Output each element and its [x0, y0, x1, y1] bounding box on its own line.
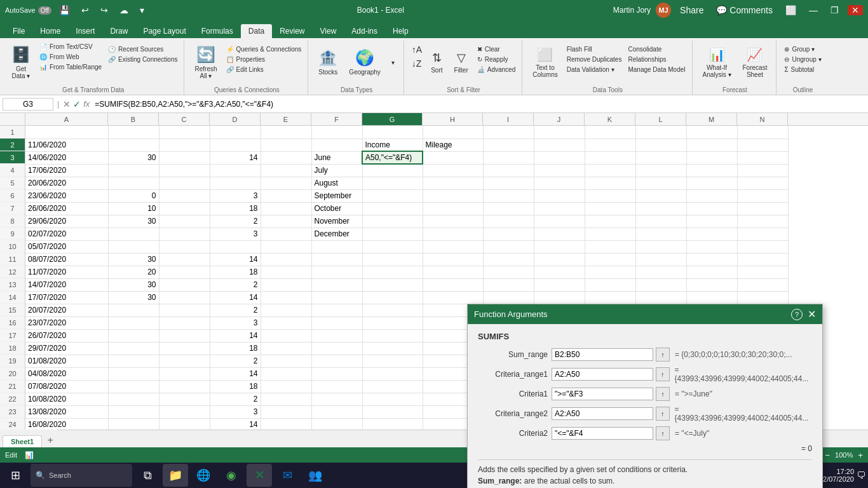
cell-L12[interactable]	[635, 266, 686, 278]
cell-N7[interactable]	[737, 202, 788, 215]
row-header-24[interactable]: 24	[0, 418, 25, 430]
autosave-info-button[interactable]: ☁	[116, 5, 132, 15]
cell-F12[interactable]	[311, 266, 362, 278]
cell-J12[interactable]	[534, 266, 585, 278]
cell-C17[interactable]	[159, 329, 210, 342]
tab-formulas[interactable]: Formulas	[194, 24, 241, 38]
search-taskbar[interactable]: 🔍 Search	[31, 464, 132, 487]
cell-B10[interactable]	[108, 240, 159, 253]
cell-K11[interactable]	[585, 253, 635, 266]
cell-F2[interactable]	[311, 139, 362, 151]
cell-C8[interactable]	[159, 215, 210, 227]
cell-C4[interactable]	[159, 164, 210, 177]
cell-I11[interactable]	[483, 253, 534, 266]
cell-N3[interactable]	[737, 151, 788, 164]
cell-B21[interactable]	[108, 380, 159, 393]
cell-A19[interactable]: 01/08/2020	[25, 355, 108, 367]
cell-E8[interactable]	[261, 215, 311, 227]
cell-N10[interactable]	[737, 240, 788, 253]
cell-E1[interactable]	[261, 126, 311, 139]
cell-I2[interactable]	[483, 139, 534, 151]
advanced-button[interactable]: 🔬 Advanced	[475, 65, 518, 74]
cell-H9[interactable]	[423, 227, 483, 240]
cell-D3[interactable]: 14	[210, 151, 261, 164]
cell-F1[interactable]	[311, 126, 362, 139]
cell-A1[interactable]	[25, 126, 108, 139]
cell-G17[interactable]	[362, 329, 423, 342]
dialog-help-button[interactable]: ?	[791, 309, 803, 320]
cell-F4[interactable]: July	[311, 164, 362, 177]
cell-G20[interactable]	[362, 367, 423, 380]
cell-J11[interactable]	[534, 253, 585, 266]
cell-L14[interactable]	[635, 291, 686, 304]
cell-I1[interactable]	[483, 126, 534, 139]
cell-I14[interactable]	[483, 291, 534, 304]
cell-K5[interactable]	[585, 177, 635, 189]
cell-L7[interactable]	[635, 202, 686, 215]
cell-F10[interactable]	[311, 240, 362, 253]
col-header-I[interactable]: I	[483, 113, 534, 125]
excel-taskbar-button[interactable]: ✕	[247, 464, 272, 487]
cell-C6[interactable]	[159, 189, 210, 202]
criteria1-input[interactable]	[552, 388, 653, 400]
cell-L3[interactable]	[635, 151, 686, 164]
zoom-out-button[interactable]: −	[825, 451, 830, 460]
row-header-22[interactable]: 22	[0, 393, 25, 405]
cell-D16[interactable]: 3	[210, 316, 261, 329]
cell-B12[interactable]: 20	[108, 266, 159, 278]
cell-C19[interactable]	[159, 355, 210, 367]
user-avatar[interactable]: MJ	[656, 3, 671, 18]
cell-N13[interactable]	[737, 278, 788, 291]
cell-F20[interactable]	[311, 367, 362, 380]
cell-A13[interactable]: 14/07/2020	[25, 278, 108, 291]
customize-qat-button[interactable]: ▾	[136, 5, 148, 15]
col-header-M[interactable]: M	[686, 113, 737, 125]
redo-button[interactable]: ↪	[97, 5, 112, 15]
cell-K14[interactable]	[585, 291, 635, 304]
criteria-range1-input[interactable]	[552, 368, 653, 381]
cell-I12[interactable]	[483, 266, 534, 278]
col-header-N[interactable]: N	[737, 113, 788, 125]
cell-E22[interactable]	[261, 393, 311, 405]
data-types-more-button[interactable]: ▾	[387, 42, 400, 83]
confirm-formula-button[interactable]: ✓	[73, 99, 81, 109]
row-header-17[interactable]: 17	[0, 329, 25, 342]
cell-H6[interactable]	[423, 189, 483, 202]
cell-A15[interactable]: 20/07/2020	[25, 304, 108, 316]
cell-F14[interactable]	[311, 291, 362, 304]
data-validation-button[interactable]: Data Validation ▾	[564, 65, 625, 74]
row-header-20[interactable]: 20	[0, 367, 25, 380]
cell-M2[interactable]	[686, 139, 737, 151]
task-view-button[interactable]: ⧉	[135, 464, 160, 487]
cell-B7[interactable]: 10	[108, 202, 159, 215]
criteria-range1-ref-button[interactable]: ↑	[656, 367, 670, 381]
sum-range-ref-button[interactable]: ↑	[656, 348, 670, 362]
cell-L6[interactable]	[635, 189, 686, 202]
col-header-E[interactable]: E	[261, 113, 311, 125]
cell-I8[interactable]	[483, 215, 534, 227]
cell-A2[interactable]: 11/06/2020	[25, 139, 108, 151]
share-button[interactable]: Share	[676, 5, 707, 15]
cell-G14[interactable]	[362, 291, 423, 304]
cell-H14[interactable]	[423, 291, 483, 304]
cell-K1[interactable]	[585, 126, 635, 139]
cell-N9[interactable]	[737, 227, 788, 240]
cell-F22[interactable]	[311, 393, 362, 405]
cell-G19[interactable]	[362, 355, 423, 367]
col-header-A[interactable]: A	[25, 113, 108, 125]
cell-F21[interactable]	[311, 380, 362, 393]
cell-N1[interactable]	[737, 126, 788, 139]
tab-data[interactable]: Data	[241, 24, 272, 38]
cell-N2[interactable]	[737, 139, 788, 151]
cell-G9[interactable]	[362, 227, 423, 240]
cell-K12[interactable]	[585, 266, 635, 278]
cell-C14[interactable]	[159, 291, 210, 304]
row-header-19[interactable]: 19	[0, 355, 25, 367]
cell-A21[interactable]: 07/08/2020	[25, 380, 108, 393]
cell-N5[interactable]	[737, 177, 788, 189]
cell-J14[interactable]	[534, 291, 585, 304]
cell-G12[interactable]	[362, 266, 423, 278]
cancel-formula-button[interactable]: ✕	[63, 99, 71, 109]
col-header-C[interactable]: C	[159, 113, 210, 125]
cell-K4[interactable]	[585, 164, 635, 177]
